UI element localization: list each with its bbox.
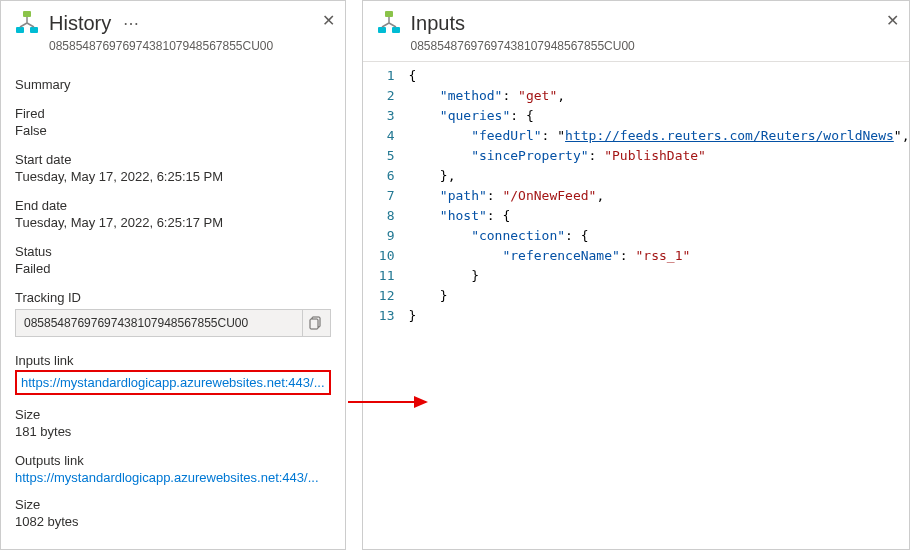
history-title: History	[49, 12, 111, 35]
status-label: Status	[15, 244, 331, 259]
svg-rect-6	[385, 11, 393, 17]
tracking-id-value: 08585487697697438107948567855CU00	[16, 316, 302, 330]
history-header: History ⋯ ✕	[1, 1, 345, 41]
inputs-subtitle: 08585487697697438107948567855CU00	[411, 39, 910, 53]
history-subtitle: 08585487697697438107948567855CU00	[49, 39, 345, 53]
line-gutter: 12345678910111213	[363, 62, 403, 549]
inputs-title: Inputs	[411, 12, 465, 35]
end-date-value: Tuesday, May 17, 2022, 6:25:17 PM	[15, 215, 331, 230]
end-date-label: End date	[15, 198, 331, 213]
inputs-link-label: Inputs link	[15, 353, 331, 368]
json-code[interactable]: { "method": "get", "queries": { "feedUrl…	[403, 62, 910, 549]
history-close-icon[interactable]: ✕	[322, 11, 335, 30]
history-panel: History ⋯ ✕ 0858548769769743810794856785…	[0, 0, 346, 550]
start-date-label: Start date	[15, 152, 331, 167]
outputs-link[interactable]: https://mystandardlogicapp.azurewebsites…	[15, 470, 331, 485]
svg-rect-1	[16, 27, 24, 33]
workflow-icon	[375, 9, 403, 37]
svg-rect-7	[378, 27, 386, 33]
inputs-size-label: Size	[15, 407, 331, 422]
json-editor[interactable]: 12345678910111213 { "method": "get", "qu…	[363, 61, 910, 549]
workflow-icon	[13, 9, 41, 37]
inputs-header: Inputs ✕	[363, 1, 910, 41]
tracking-id-label: Tracking ID	[15, 290, 331, 305]
outputs-link-label: Outputs link	[15, 453, 331, 468]
fired-label: Fired	[15, 106, 331, 121]
inputs-close-icon[interactable]: ✕	[886, 11, 899, 30]
inputs-link[interactable]: https://mystandardlogicapp.azurewebsites…	[15, 370, 331, 395]
fired-value: False	[15, 123, 331, 138]
summary-label: Summary	[15, 77, 331, 92]
copy-button[interactable]	[302, 310, 330, 336]
history-more-icon[interactable]: ⋯	[123, 14, 139, 33]
tracking-id-box: 08585487697697438107948567855CU00	[15, 309, 331, 337]
inputs-size-value: 181 bytes	[15, 424, 331, 439]
svg-rect-8	[392, 27, 400, 33]
svg-rect-4	[310, 319, 318, 329]
svg-rect-2	[30, 27, 38, 33]
copy-icon	[309, 316, 323, 330]
outputs-size-label: Size	[15, 497, 331, 512]
history-body: Summary Fired False Start date Tuesday, …	[1, 61, 345, 535]
start-date-value: Tuesday, May 17, 2022, 6:25:15 PM	[15, 169, 331, 184]
inputs-panel: Inputs ✕ 08585487697697438107948567855CU…	[362, 0, 910, 550]
svg-rect-0	[23, 11, 31, 17]
status-value: Failed	[15, 261, 331, 276]
outputs-size-value: 1082 bytes	[15, 514, 331, 529]
